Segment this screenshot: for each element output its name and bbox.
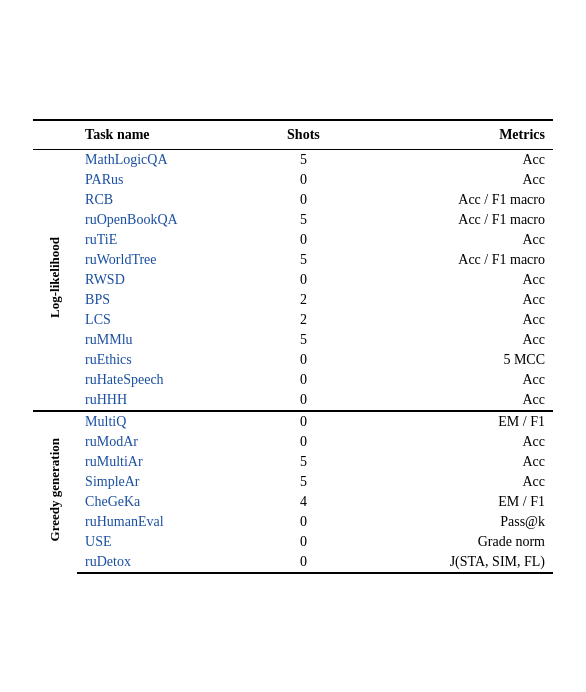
header-group-col: [33, 120, 77, 150]
task-name-cell: ruTiE: [77, 230, 263, 250]
metrics-cell: J(STA, SIM, FL): [344, 552, 553, 573]
table-row: ruHateSpeech0Acc: [33, 370, 553, 390]
task-name-cell: SimpleAr: [77, 472, 263, 492]
header-taskname: Task name: [77, 120, 263, 150]
shots-cell: 0: [263, 190, 344, 210]
shots-cell: 5: [263, 250, 344, 270]
task-name-cell: ruEthics: [77, 350, 263, 370]
task-name-cell: ruOpenBookQA: [77, 210, 263, 230]
table-row: CheGeKa4EM / F1: [33, 492, 553, 512]
table-row: BPS2Acc: [33, 290, 553, 310]
shots-cell: 2: [263, 310, 344, 330]
task-name-cell: LCS: [77, 310, 263, 330]
group-label-cell: Greedy generation: [33, 411, 77, 573]
table-row: ruHumanEval0Pass@k: [33, 512, 553, 532]
shots-cell: 0: [263, 532, 344, 552]
header-shots: Shots: [263, 120, 344, 150]
metrics-cell: Acc: [344, 290, 553, 310]
shots-cell: 2: [263, 290, 344, 310]
task-name-cell: ruHHH: [77, 390, 263, 411]
shots-cell: 5: [263, 330, 344, 350]
task-name-cell: ruModAr: [77, 432, 263, 452]
table-row: ruTiE0Acc: [33, 230, 553, 250]
shots-cell: 0: [263, 230, 344, 250]
metrics-cell: Acc / F1 macro: [344, 210, 553, 230]
task-name-cell: RWSD: [77, 270, 263, 290]
task-name-cell: MathLogicQA: [77, 149, 263, 170]
task-name-cell: CheGeKa: [77, 492, 263, 512]
metrics-cell: Acc: [344, 170, 553, 190]
metrics-cell: Acc / F1 macro: [344, 190, 553, 210]
table-row: RCB0Acc / F1 macro: [33, 190, 553, 210]
metrics-cell: Acc: [344, 230, 553, 250]
table-row: SimpleAr5Acc: [33, 472, 553, 492]
table-row: RWSD0Acc: [33, 270, 553, 290]
shots-cell: 0: [263, 512, 344, 532]
shots-cell: 0: [263, 270, 344, 290]
table-container: Task name Shots Metrics Log-likelihoodMa…: [33, 119, 553, 574]
shots-cell: 5: [263, 149, 344, 170]
shots-cell: 4: [263, 492, 344, 512]
metrics-cell: Acc: [344, 452, 553, 472]
table-row: ruWorldTree5Acc / F1 macro: [33, 250, 553, 270]
task-name-cell: PARus: [77, 170, 263, 190]
shots-cell: 0: [263, 350, 344, 370]
shots-cell: 5: [263, 472, 344, 492]
task-name-cell: RCB: [77, 190, 263, 210]
table-row: PARus0Acc: [33, 170, 553, 190]
table-row: USE0Grade norm: [33, 532, 553, 552]
table-row: Log-likelihoodMathLogicQA5Acc: [33, 149, 553, 170]
metrics-cell: Acc: [344, 149, 553, 170]
table-row: ruDetox0J(STA, SIM, FL): [33, 552, 553, 573]
table-row: ruMMlu5Acc: [33, 330, 553, 350]
shots-cell: 5: [263, 210, 344, 230]
metrics-cell: EM / F1: [344, 411, 553, 432]
task-name-cell: ruDetox: [77, 552, 263, 573]
metrics-cell: Acc: [344, 270, 553, 290]
table-row: Greedy generationMultiQ0EM / F1: [33, 411, 553, 432]
metrics-cell: 5 MCC: [344, 350, 553, 370]
table-row: LCS2Acc: [33, 310, 553, 330]
header-row: Task name Shots Metrics: [33, 120, 553, 150]
header-metrics: Metrics: [344, 120, 553, 150]
metrics-cell: Acc: [344, 390, 553, 411]
metrics-cell: Acc: [344, 310, 553, 330]
task-name-cell: ruHumanEval: [77, 512, 263, 532]
task-name-cell: ruHateSpeech: [77, 370, 263, 390]
metrics-cell: Acc: [344, 472, 553, 492]
metrics-cell: Acc: [344, 330, 553, 350]
shots-cell: 0: [263, 170, 344, 190]
metrics-cell: Acc: [344, 432, 553, 452]
group-label-cell: Log-likelihood: [33, 149, 77, 411]
group-label-text: Log-likelihood: [47, 237, 63, 318]
task-name-cell: MultiQ: [77, 411, 263, 432]
table-row: ruEthics05 MCC: [33, 350, 553, 370]
metrics-cell: Acc / F1 macro: [344, 250, 553, 270]
metrics-cell: Grade norm: [344, 532, 553, 552]
main-table: Task name Shots Metrics Log-likelihoodMa…: [33, 119, 553, 574]
table-row: ruMultiAr5Acc: [33, 452, 553, 472]
group-label-text: Greedy generation: [47, 438, 63, 541]
shots-cell: 0: [263, 432, 344, 452]
shots-cell: 5: [263, 452, 344, 472]
task-name-cell: ruWorldTree: [77, 250, 263, 270]
metrics-cell: Pass@k: [344, 512, 553, 532]
shots-cell: 0: [263, 370, 344, 390]
table-row: ruOpenBookQA5Acc / F1 macro: [33, 210, 553, 230]
shots-cell: 0: [263, 390, 344, 411]
table-row: ruModAr0Acc: [33, 432, 553, 452]
task-name-cell: ruMMlu: [77, 330, 263, 350]
metrics-cell: Acc: [344, 370, 553, 390]
shots-cell: 0: [263, 411, 344, 432]
metrics-cell: EM / F1: [344, 492, 553, 512]
shots-cell: 0: [263, 552, 344, 573]
table-row: ruHHH0Acc: [33, 390, 553, 411]
task-name-cell: BPS: [77, 290, 263, 310]
task-name-cell: ruMultiAr: [77, 452, 263, 472]
task-name-cell: USE: [77, 532, 263, 552]
